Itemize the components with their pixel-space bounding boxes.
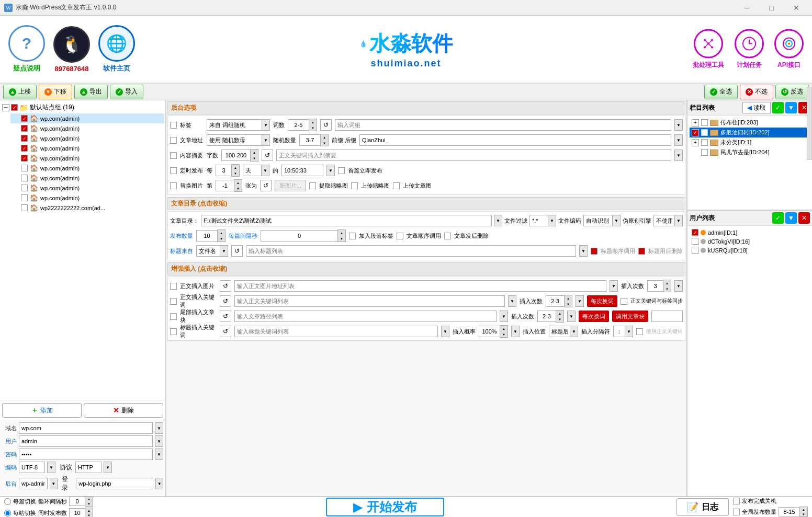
insert-img-refresh[interactable]: ↺ bbox=[220, 280, 231, 292]
title-from-input[interactable] bbox=[196, 245, 220, 257]
user-item3[interactable]: kUSRQu[ID:18] bbox=[690, 246, 810, 255]
char-count-up[interactable]: ▲ bbox=[251, 150, 258, 155]
word-count-input[interactable] bbox=[288, 119, 309, 131]
replace-img-checkbox[interactable] bbox=[170, 182, 177, 189]
item-checkbox[interactable] bbox=[21, 155, 28, 162]
title-sep-arrow[interactable]: ▼ bbox=[625, 326, 633, 337]
img-insert-down[interactable]: ▼ bbox=[663, 286, 671, 292]
dir-input[interactable] bbox=[201, 215, 492, 226]
insert-kw-arrow[interactable]: ▼ bbox=[508, 295, 516, 307]
minimize-button[interactable]: ─ bbox=[735, 0, 759, 16]
img-insert-up[interactable]: ▲ bbox=[663, 280, 671, 286]
img-num-down[interactable]: ▼ bbox=[234, 186, 242, 191]
article-url-checkbox[interactable] bbox=[170, 137, 177, 144]
random-count-down[interactable]: ▼ bbox=[321, 140, 328, 146]
publish-count-up[interactable]: ▲ bbox=[218, 230, 225, 236]
insert-kw-checkbox[interactable] bbox=[170, 298, 177, 305]
batch-tool[interactable]: 批处理工具 bbox=[693, 29, 724, 70]
time-unit-arrow[interactable]: ▼ bbox=[261, 165, 269, 176]
cat-expand-button[interactable]: ▼ bbox=[785, 102, 797, 113]
file-filter-input[interactable] bbox=[529, 215, 548, 226]
time-unit-input[interactable] bbox=[243, 165, 261, 176]
cat-item4[interactable]: 民儿节去是[ID:204] bbox=[690, 147, 810, 157]
insert-tail-checkbox[interactable] bbox=[170, 313, 177, 320]
read-categories-button[interactable]: ◀ 读取 bbox=[742, 102, 771, 113]
article-order-checkbox[interactable] bbox=[397, 233, 403, 239]
help-icon-group[interactable]: ? 疑点说明 bbox=[8, 25, 45, 73]
cat-checkbox[interactable] bbox=[701, 119, 708, 126]
item-checkbox[interactable] bbox=[21, 125, 28, 132]
kw-each-change-button[interactable]: 每次换词 bbox=[587, 295, 617, 307]
domain-input[interactable] bbox=[19, 422, 153, 434]
shutdown-checkbox[interactable] bbox=[733, 498, 740, 504]
cat-item-selected[interactable]: ✓ 多般油四转[ID:202] bbox=[690, 128, 810, 137]
time-arrow[interactable]: ▼ bbox=[326, 165, 335, 176]
schedule-tool[interactable]: 计划任务 bbox=[735, 29, 764, 70]
upload-article-img-checkbox[interactable] bbox=[393, 182, 400, 189]
loop-interval-up[interactable]: ▲ bbox=[85, 497, 93, 501]
tree-item[interactable]: 🏠 wp.com(admin) bbox=[10, 193, 164, 203]
invert-button[interactable]: ↺ 反选 bbox=[775, 85, 809, 99]
loop-interval-down[interactable]: ▼ bbox=[85, 501, 93, 506]
collapse-icon[interactable]: ─ bbox=[2, 104, 9, 111]
user-expand-button[interactable]: ▼ bbox=[785, 212, 797, 224]
tree-item[interactable]: 🏠 wp.com(admin) bbox=[10, 173, 164, 183]
title-prob-up[interactable]: ▲ bbox=[500, 326, 508, 331]
cat-accept-button[interactable]: ✓ bbox=[772, 102, 784, 113]
user1-checkbox[interactable]: ✓ bbox=[692, 229, 698, 236]
char-count-down[interactable]: ▼ bbox=[251, 155, 258, 161]
title-prob-input[interactable] bbox=[479, 326, 500, 337]
extract-thumb-checkbox[interactable] bbox=[309, 182, 316, 189]
tag-checkbox[interactable] bbox=[170, 122, 177, 129]
password-input[interactable] bbox=[19, 449, 153, 460]
user3-checkbox[interactable] bbox=[692, 247, 698, 254]
title-del-checkbox[interactable] bbox=[638, 248, 645, 255]
tree-group-header[interactable]: ─ 📁 默认站点组 (19) bbox=[1, 101, 164, 113]
insert-kw-input[interactable] bbox=[234, 295, 505, 307]
log-button[interactable]: 📝 日志 bbox=[676, 498, 729, 516]
insert-img-checkbox[interactable] bbox=[170, 283, 177, 290]
tag-source-arrow[interactable]: ▼ bbox=[262, 119, 270, 131]
item-checkbox[interactable] bbox=[21, 185, 28, 191]
prefix-suffix-arrow[interactable]: ▼ bbox=[674, 134, 683, 146]
concurrent-down[interactable]: ▼ bbox=[85, 513, 93, 517]
item-checkbox[interactable] bbox=[21, 194, 28, 201]
dir-arrow[interactable]: ▼ bbox=[494, 215, 502, 226]
article-block-input[interactable] bbox=[651, 311, 683, 322]
deselect-button[interactable]: ✕ 不选 bbox=[740, 85, 773, 99]
login-arrow[interactable]: ▼ bbox=[155, 478, 163, 489]
protocol-input[interactable] bbox=[75, 462, 102, 473]
img-insert-count-input[interactable] bbox=[647, 280, 663, 292]
insert-img-input[interactable] bbox=[234, 280, 606, 292]
title-order-checkbox[interactable] bbox=[591, 248, 597, 255]
cat-expand-icon[interactable]: + bbox=[692, 119, 699, 127]
api-tool[interactable]: API接口 bbox=[774, 29, 804, 70]
item-checkbox[interactable] bbox=[21, 135, 28, 142]
kw-sync-checkbox[interactable] bbox=[621, 298, 627, 305]
insert-kw-refresh[interactable]: ↺ bbox=[220, 295, 231, 307]
encode-arrow[interactable]: ▼ bbox=[47, 462, 55, 473]
tail-each-change-button[interactable]: 每次换词 bbox=[579, 311, 609, 322]
tail-count-arrow[interactable]: ▼ bbox=[567, 311, 576, 322]
domain-arrow[interactable]: ▼ bbox=[155, 422, 163, 434]
per-article-radio[interactable] bbox=[4, 498, 11, 505]
summary-input-arrow[interactable]: ▼ bbox=[674, 150, 683, 161]
global-count-down[interactable]: ▼ bbox=[800, 512, 807, 516]
immediate-checkbox[interactable] bbox=[338, 167, 345, 174]
file-filter-arrow[interactable]: ▼ bbox=[548, 215, 556, 226]
url-source-input[interactable] bbox=[207, 134, 262, 146]
title-kw-refresh[interactable]: ↺ bbox=[220, 326, 231, 337]
backend-arrow[interactable]: ▼ bbox=[50, 478, 58, 489]
encode-input[interactable] bbox=[19, 462, 45, 473]
tree-item[interactable]: 🏠 wp.com(admin) bbox=[10, 153, 164, 163]
img-num-up[interactable]: ▲ bbox=[234, 180, 242, 186]
user-item2[interactable]: dCTokgVI[ID:16] bbox=[690, 237, 810, 246]
interval-input[interactable] bbox=[216, 165, 231, 176]
publish-count-down[interactable]: ▼ bbox=[218, 236, 225, 242]
time-input[interactable] bbox=[281, 165, 323, 176]
title-kw-input[interactable] bbox=[234, 326, 438, 337]
tree-item[interactable]: 🏠 wp.com(admin) bbox=[10, 113, 164, 123]
login-input[interactable] bbox=[76, 478, 153, 489]
kw-insert-down[interactable]: ▼ bbox=[565, 301, 572, 307]
title-kw-checkbox[interactable] bbox=[170, 328, 177, 335]
